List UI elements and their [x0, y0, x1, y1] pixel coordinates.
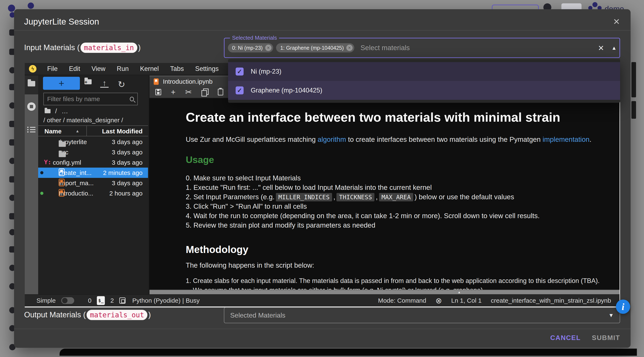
notebook-heading: Create an interface between two material… [186, 110, 560, 125]
tab-introduction-ipynb[interactable]: Introduction.ipynb [150, 77, 232, 86]
usage-item-parameters: 2. Set Input Parameters (e.g.MILLER_INDI… [186, 192, 540, 202]
materials-dropdown-menu: ✓ Ni (mp-23) ✓ Graphene (mp-1040425) [228, 59, 620, 103]
submit-button[interactable]: SUBMIT [592, 334, 620, 342]
chip-remove-icon[interactable]: × [265, 45, 272, 51]
file-list: jupyterlite 3 days ago src 3 days ago Y:… [38, 137, 148, 198]
app-logo [28, 3, 34, 9]
sort-ascending-icon[interactable]: ▲ [76, 129, 80, 133]
upload-icon[interactable]: ↑ [100, 79, 108, 88]
screen: demo JupyterLite Session × Input Materia… [0, 0, 644, 357]
running-kernels-icon[interactable] [27, 102, 36, 111]
kernel-running-dot-icon [40, 192, 44, 195]
notebook-dock: Introduction.ipynb + ✂ ▶ Create an inter… [149, 76, 620, 294]
methodology-heading: Methodology [186, 244, 248, 255]
rail-lower-section [25, 94, 38, 294]
materials-in-code-chip: materials_in [80, 43, 137, 53]
jupyterlab-main: + + ↑ ↻ / … / other / materials_designer… [25, 76, 620, 294]
chip-remove-icon[interactable]: × [346, 45, 352, 51]
column-last-modified[interactable]: Last Modified [102, 128, 142, 135]
checkbox-checked-icon[interactable]: ✓ [236, 86, 244, 94]
menu-kernel[interactable]: Kernel [134, 65, 164, 73]
file-list-header: Name ▲ Last Modified [38, 125, 148, 136]
home-folder-icon[interactable] [45, 109, 50, 113]
methodology-intro: The following happens in the script belo… [186, 261, 314, 269]
material-chip[interactable]: 0: Ni (mp-23) × [228, 43, 273, 53]
menu-file[interactable]: File [42, 65, 63, 73]
menu-view[interactable]: View [86, 65, 111, 73]
cursor-position: Ln 1, Col 1 [451, 297, 482, 304]
kernel-dot-icon [40, 171, 44, 174]
background-console-strip [60, 348, 637, 356]
app-logo [8, 5, 15, 12]
material-chip[interactable]: 1: Graphene (mp-1040425) × [276, 43, 354, 53]
scroll-hint-icon: ▲ [458, 290, 461, 294]
chips-container: 0: Ni (mp-23) × 1: Graphene (mp-1040425)… [228, 38, 410, 57]
file-row-import-material[interactable]: import_ma... 3 days ago [38, 178, 148, 188]
info-button[interactable]: i [616, 299, 630, 314]
copy-icon[interactable] [202, 89, 208, 96]
kernels-count: 2 [110, 297, 114, 304]
filter-files-box[interactable] [44, 93, 138, 105]
file-row-create-interface[interactable]: create_int... 2 minutes ago [38, 168, 148, 178]
clear-all-icon[interactable]: × [595, 38, 607, 57]
new-launcher-button[interactable]: + [43, 77, 80, 90]
save-icon[interactable] [155, 89, 161, 95]
divider [14, 329, 630, 329]
notebook-icon [154, 79, 159, 85]
option-label: Graphene (mp-1040425) [251, 87, 322, 94]
menu-settings[interactable]: Settings [190, 65, 224, 73]
select-placeholder: Select materials [360, 44, 410, 52]
expand-icon: ▼ [608, 312, 614, 319]
algorithm-link[interactable]: algorithm [318, 136, 346, 143]
file-row-introduction[interactable]: Introductio... 2 hours ago [38, 188, 148, 198]
column-name[interactable]: Name [44, 128, 62, 135]
status-bar: Simple 0 $_ 2 Python (Pyodide) | Busy Mo… [25, 294, 620, 306]
file-row-config[interactable]: Y: config.yml 3 days ago [38, 157, 148, 168]
output-materials-select[interactable]: Selected Materials ▼ [224, 307, 620, 323]
add-cell-icon[interactable]: + [171, 88, 176, 96]
checkbox-checked-icon[interactable]: ✓ [236, 68, 244, 76]
refresh-icon[interactable]: ↻ [118, 79, 125, 90]
divider [14, 30, 630, 31]
paste-icon[interactable] [218, 89, 223, 95]
notebook-icon [59, 189, 64, 197]
folder-icon [59, 152, 66, 157]
breadcrumb-path[interactable]: / other / materials_designer / [44, 117, 123, 124]
notebook-content: Create an interface between two material… [150, 98, 620, 290]
menu-run[interactable]: Run [111, 65, 134, 73]
terminal-icon[interactable]: $_ [97, 296, 105, 305]
horizontal-scrollbar[interactable]: ▲ [150, 290, 620, 294]
option-label: Ni (mp-23) [251, 68, 281, 75]
collapse-icon[interactable]: ▲ [608, 38, 620, 57]
active-file-name: create_interface_with_min_strain_zsl.ipy… [491, 297, 611, 304]
jupyterlite-session-dialog: JupyterLite Session × Input Materials (m… [14, 9, 630, 348]
search-icon [130, 97, 134, 101]
simple-mode-toggle[interactable] [61, 297, 74, 304]
menu-edit[interactable]: Edit [63, 65, 86, 73]
file-browser-icon[interactable] [28, 81, 35, 86]
cut-icon[interactable]: ✂ [185, 88, 192, 96]
selected-materials-field[interactable]: Selected Materials 0: Ni (mp-23) × 1: Gr… [224, 38, 620, 58]
close-icon[interactable]: × [610, 15, 623, 28]
filter-files-input[interactable] [47, 95, 128, 103]
status-bar-right: Mode: Command ⊗ Ln 1, Col 1 create_inter… [378, 296, 611, 305]
file-row-jupyterlite[interactable]: jupyterlite 3 days ago [38, 137, 148, 147]
kernel-status[interactable]: Python (Pyodide) | Busy [132, 297, 200, 304]
terminals-count: 0 [88, 297, 92, 304]
option-graphene[interactable]: ✓ Graphene (mp-1040425) [228, 81, 620, 100]
code-chip: MILLER_INDICES [276, 193, 332, 201]
breadcrumb[interactable]: / … [45, 107, 68, 115]
folder-icon [59, 142, 66, 147]
output-materials-label: Output Materials (materials_out) [24, 308, 151, 321]
file-row-src[interactable]: src 3 days ago [38, 147, 148, 157]
table-of-contents-icon[interactable] [27, 127, 36, 133]
cancel-button[interactable]: CANCEL [550, 334, 581, 342]
option-ni[interactable]: ✓ Ni (mp-23) [228, 62, 620, 81]
user-avatar-icon [592, 2, 598, 7]
implementation-link[interactable]: implementation [542, 136, 590, 143]
menu-tabs[interactable]: Tabs [164, 65, 190, 73]
breadcrumb-ellipsis[interactable]: … [62, 107, 68, 115]
kernel-chip-icon[interactable] [119, 297, 126, 304]
code-chip: MAX_AREA [379, 193, 414, 201]
notebook-icon [59, 179, 64, 186]
